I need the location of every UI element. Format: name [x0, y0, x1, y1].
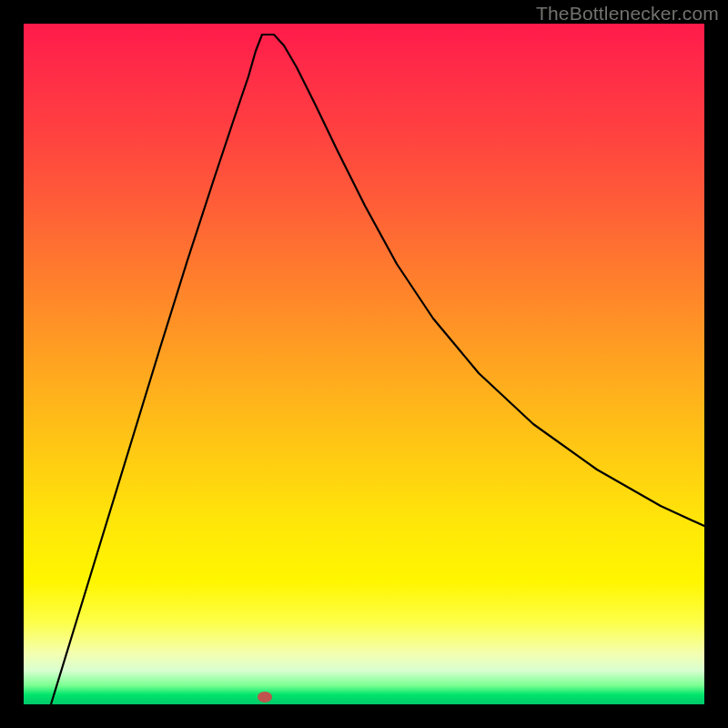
- plot-area: [24, 24, 704, 704]
- curve-layer: [24, 24, 704, 704]
- marker-dot: [258, 692, 272, 703]
- chart-frame: TheBottlenecker.com: [0, 0, 728, 728]
- attribution-label: TheBottlenecker.com: [536, 3, 719, 25]
- bottleneck-curve: [51, 35, 704, 704]
